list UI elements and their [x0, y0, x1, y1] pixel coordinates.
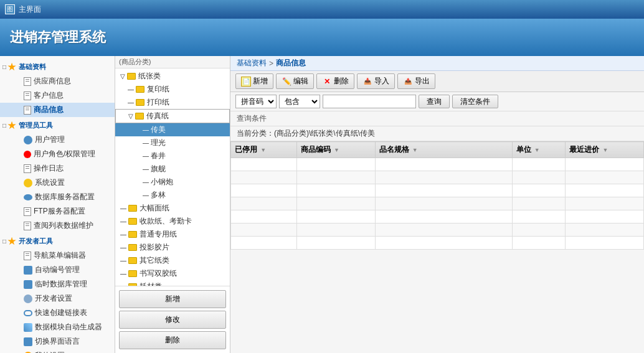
expand-dev-icon[interactable]: □ [2, 238, 6, 245]
sidebar-item-customer[interactable]: 客户信息 [0, 88, 115, 103]
tree-button-area: 新增 修改 删除 [115, 286, 230, 353]
sidebar-item-usermgr-label: 用户管理 [35, 134, 65, 145]
sidebar-item-autonumber[interactable]: 自动编号管理 [0, 263, 115, 277]
ftp-doc-icon [24, 207, 31, 216]
sidebar-item-log[interactable]: 操作日志 [0, 161, 115, 176]
tree-node-receipts[interactable]: — 收款纸、考勤卡 [115, 215, 230, 228]
sidebar-item-listmaint[interactable]: 查阅列表数据维护 [0, 219, 115, 233]
col-price[interactable]: 最近进价 ▼ [566, 142, 644, 158]
sidebar-item-navmenu[interactable]: 导航菜单编辑器 [0, 248, 115, 263]
sidebar-item-mysettings[interactable]: 我的设置 [0, 349, 115, 353]
search-dropdown2[interactable]: 包含 等于 开始于 [279, 95, 320, 108]
title-bar: 图 主界面 [0, 0, 644, 19]
sidebar-item-settings[interactable]: 系统设置 [0, 176, 115, 190]
search-input[interactable] [323, 95, 416, 108]
tree-node-chunjing[interactable]: — 春井 [115, 149, 230, 162]
col-unit[interactable]: 单位 ▼ [512, 142, 566, 158]
tree-modify-button[interactable]: 修改 [119, 311, 226, 329]
tab-label[interactable]: 主界面 [19, 4, 41, 15]
sidebar-item-ftp[interactable]: FTP服务器配置 [0, 204, 115, 219]
tree-node-xiaogangpao[interactable]: — 小钢炮 [115, 176, 230, 189]
query-condition: 查询条件 [230, 111, 644, 126]
clear-button[interactable]: 清空条件 [452, 95, 498, 108]
sidebar-item-usermgr[interactable]: 用户管理 [0, 133, 115, 147]
col-disabled[interactable]: 已停用 ▼ [231, 142, 297, 158]
expand-admin-icon[interactable]: □ [2, 122, 6, 129]
tree-content: ▽ 纸张类 — 复印纸 — 打印纸 ▽ 传真纸 [115, 68, 230, 286]
user-icon [24, 136, 32, 144]
tree-node-largepaper[interactable]: — 大幅面纸 [115, 202, 230, 215]
sidebar-section-dev-label: 开发者工具 [19, 237, 53, 246]
tree-delete-button[interactable]: 删除 [119, 331, 226, 349]
col-code[interactable]: 商品编码 ▼ [296, 142, 375, 158]
search-button[interactable]: 查询 [419, 95, 450, 108]
largepaper-folder-icon [128, 205, 137, 212]
sidebar-item-supplier[interactable]: 供应商信息 [0, 74, 115, 88]
table-row[interactable] [231, 210, 644, 224]
import-label: 导入 [374, 76, 389, 87]
expand-basic-icon[interactable]: □ [2, 64, 6, 70]
sidebar-section-admin: □ 管理员工具 用户管理 用户角色/权限管理 操作日志 [0, 118, 115, 233]
sidebar-section-basic-header[interactable]: □ 基础资料 [0, 60, 115, 74]
breadcrumb-link[interactable]: 基础资料 [237, 58, 267, 68]
sidebar-item-switchlang[interactable]: 切换界面语言 [0, 334, 115, 349]
tree-node-print-paper-label: 打印纸 [147, 97, 169, 108]
table-row[interactable] [231, 158, 644, 171]
tree-node-fax-paper-label: 传真纸 [146, 111, 169, 121]
sidebar-item-roles-label: 用户角色/权限管理 [34, 149, 95, 159]
specialpaper-expand-icon: — [120, 231, 126, 238]
tree-node-qijian[interactable]: — 旗舰 [115, 162, 230, 176]
tree-node-consumables[interactable]: — 耗材类 [115, 280, 230, 286]
sidebar-item-quicklink[interactable]: 快速创建链接表 [0, 306, 115, 320]
sidebar: □ 基础资料 供应商信息 客户信息 商品信息 □ [0, 56, 115, 353]
search-dropdown1[interactable]: 拼音码 [235, 95, 277, 108]
tree-node-chuanmei[interactable]: — 传美 [115, 123, 230, 136]
tree-node-print-paper[interactable]: — 打印纸 [115, 96, 230, 109]
sidebar-section-dev-header[interactable]: □ 开发者工具 [0, 234, 115, 248]
tree-node-paper[interactable]: ▽ 纸张类 [115, 70, 230, 83]
export-icon: 📤 [403, 77, 413, 87]
tree-node-chuanmei-label: 传美 [151, 125, 166, 135]
tree-node-writingpaper[interactable]: — 书写双胶纸 [115, 267, 230, 280]
table-area: 已停用 ▼ 商品编码 ▼ 品名规格 ▼ 单位 ▼ [230, 141, 644, 353]
tree-node-otherpaper[interactable]: — 其它纸类 [115, 254, 230, 267]
tree-add-button[interactable]: 新增 [119, 290, 226, 308]
navmenu-icon [24, 252, 31, 260]
sidebar-section-admin-header[interactable]: □ 管理员工具 [0, 118, 115, 133]
writingpaper-expand-icon: — [120, 270, 126, 277]
tree-node-paper-label: 纸张类 [138, 71, 161, 82]
add-button[interactable]: 📄 新增 [235, 73, 273, 89]
toolbar: 📄 新增 ✏️ 编辑 ✕ 删除 📥 导入 📤 导出 [230, 71, 644, 92]
sidebar-item-dbserver[interactable]: 数据库服务器配置 [0, 190, 115, 204]
tree-node-film[interactable]: — 投影胶片 [115, 241, 230, 254]
tree-node-duolin[interactable]: — 多林 [115, 189, 230, 202]
tree-node-riguang[interactable]: — 理光 [115, 136, 230, 149]
col-price-label: 最近进价 [569, 145, 599, 154]
breadcrumb-current: 商品信息 [276, 58, 306, 68]
sidebar-item-product[interactable]: 商品信息 [0, 103, 115, 117]
sidebar-item-tempdb[interactable]: 临时数据库管理 [0, 277, 115, 291]
sidebar-item-devsettings[interactable]: 开发者设置 [0, 291, 115, 306]
table-row[interactable] [231, 184, 644, 197]
export-button[interactable]: 📤 导出 [397, 73, 435, 89]
sidebar-item-log-label: 操作日志 [34, 163, 64, 174]
delete-button[interactable]: ✕ 删除 [316, 73, 354, 89]
tree-node-copy-paper[interactable]: — 复印纸 [115, 83, 230, 96]
col-name-sort-icon: ▼ [412, 147, 418, 153]
col-name[interactable]: 品名规格 ▼ [375, 142, 512, 158]
tree-node-specialpaper[interactable]: — 普通专用纸 [115, 228, 230, 241]
tree-node-fax-paper[interactable]: ▽ 传真纸 [115, 109, 230, 123]
table-row[interactable] [231, 237, 644, 250]
col-code-label: 商品编码 [301, 145, 331, 154]
sidebar-section-admin-label: 管理员工具 [19, 121, 53, 130]
edit-label: 编辑 [293, 76, 308, 87]
table-row[interactable] [231, 197, 644, 210]
import-button[interactable]: 📥 导入 [357, 73, 395, 89]
edit-button[interactable]: ✏️ 编辑 [276, 73, 314, 89]
sidebar-item-ftp-label: FTP服务器配置 [34, 206, 85, 217]
sidebar-item-roles[interactable]: 用户角色/权限管理 [0, 147, 115, 161]
specialpaper-folder-icon [128, 231, 137, 238]
sidebar-item-datamodule[interactable]: 数据模块自动生成器 [0, 320, 115, 334]
table-row[interactable] [231, 224, 644, 237]
table-row[interactable] [231, 171, 644, 184]
